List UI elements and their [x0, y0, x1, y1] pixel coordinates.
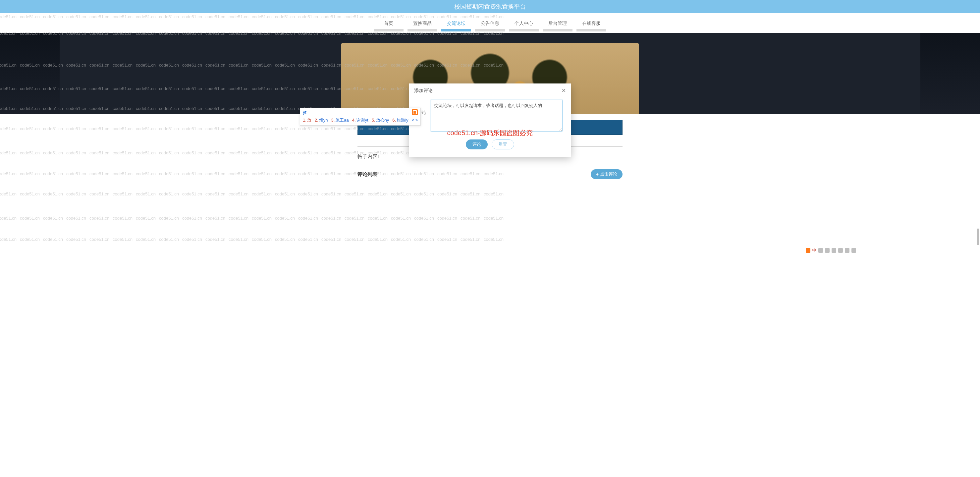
watermark-text: code51.cn	[89, 191, 109, 196]
modal-title: 添加评论	[414, 88, 433, 94]
watermark-text: code51.cn	[252, 237, 272, 242]
watermark-text: code51.cn	[136, 126, 156, 131]
nav-tab-2[interactable]: 交流论坛	[441, 18, 471, 33]
watermark-text: code51.cn	[321, 126, 341, 131]
nav-tab-underline	[441, 29, 471, 32]
watermark-text: code51.cn	[321, 191, 341, 196]
nav-tab-1[interactable]: 置换商品	[407, 18, 438, 33]
nav-tab-3[interactable]: 公告信息	[475, 18, 505, 33]
watermark-text: code51.cn	[321, 171, 341, 176]
nav-tab-underline	[509, 29, 539, 32]
watermark-text: code51.cn	[229, 237, 248, 242]
watermark-text: code51.cn	[20, 191, 40, 196]
watermark-text: code51.cn	[43, 126, 63, 131]
watermark-text: code51.cn	[414, 237, 434, 242]
modal-submit-button[interactable]: 评论	[466, 140, 488, 149]
watermark-text: code51.cn	[66, 126, 86, 131]
watermark-text: code51.cn	[43, 216, 63, 221]
watermark-text: code51.cn	[321, 150, 341, 155]
nav-tab-4[interactable]: 个人中心	[509, 18, 539, 33]
watermark-text: code51.cn	[89, 171, 109, 176]
watermark-text: code51.cn	[252, 191, 272, 196]
ime-candidate-index: 4.	[352, 118, 356, 122]
watermark-text: code51.cn	[298, 150, 318, 155]
watermark-text: code51.cn	[414, 216, 434, 221]
watermark-text: code51.cn	[20, 216, 40, 221]
ime-candidate-word: 州yh	[319, 118, 328, 122]
nav-tab-label: 后台管理	[548, 21, 567, 26]
watermark-text: code51.cn	[20, 126, 40, 131]
ime-candidate-word: 谢谢yt	[356, 118, 368, 122]
ime-candidate-5[interactable]: 5.放心ny	[372, 117, 389, 123]
watermark-text: code51.cn	[252, 216, 272, 221]
modal-close-button[interactable]: ✕	[562, 87, 566, 94]
watermark-text: code51.cn	[345, 216, 364, 221]
nav-tab-underline	[542, 29, 573, 32]
modal-header: 添加评论 ✕	[409, 83, 571, 98]
ime-status-logo-icon	[806, 248, 810, 253]
watermark-text: code51.cn	[136, 150, 156, 155]
watermark-text: code51.cn	[368, 237, 388, 242]
watermark-text: code51.cn	[205, 237, 225, 242]
ime-candidate-3[interactable]: 3.施工aa	[331, 117, 348, 123]
nav-tab-label: 公告信息	[481, 21, 499, 26]
watermark-text: code51.cn	[484, 237, 504, 242]
watermark-text: code51.cn	[66, 150, 86, 155]
watermark-text: code51.cn	[43, 191, 63, 196]
modal-reset-button[interactable]: 重置	[492, 140, 514, 149]
watermark-text: code51.cn	[159, 171, 179, 176]
watermark-text: code51.cn	[113, 216, 132, 221]
ime-popup: yt 1.放2.州yh3.施工aa4.谢谢yt5.放心ny6.旅游iy<>	[300, 108, 421, 126]
watermark-text: code51.cn	[113, 150, 132, 155]
watermark-text: code51.cn	[182, 126, 202, 131]
watermark-text: code51.cn	[460, 237, 480, 242]
watermark-text: code51.cn	[0, 216, 17, 221]
nav-tab-label: 置换商品	[413, 21, 432, 26]
ime-candidate-6[interactable]: 6.旅游iy	[392, 117, 408, 123]
watermark-text: code51.cn	[159, 216, 179, 221]
nav-tab-6[interactable]: 在线客服	[576, 18, 606, 33]
chevron-left-icon: <	[412, 118, 414, 122]
watermark-text: code51.cn	[113, 171, 132, 176]
watermark-text: code51.cn	[205, 126, 225, 131]
watermark-text: code51.cn	[89, 216, 109, 221]
watermark-text: code51.cn	[43, 237, 63, 242]
watermark-text: code51.cn	[113, 191, 132, 196]
ime-candidate-row[interactable]: 1.放2.州yh3.施工aa4.谢谢yt5.放心ny6.旅游iy<>	[300, 116, 420, 125]
ime-candidate-2[interactable]: 2.州yh	[315, 117, 328, 123]
watermark-text: code51.cn	[159, 237, 179, 242]
site-banner: 校园短期闲置资源置换平台	[0, 0, 980, 13]
watermark-text: code51.cn	[136, 216, 156, 221]
watermark-text: code51.cn	[182, 237, 202, 242]
ime-candidate-index: 2.	[315, 118, 318, 122]
watermark-text: code51.cn	[66, 237, 86, 242]
watermark-text: code51.cn	[368, 191, 388, 196]
nav-tab-underline	[475, 29, 505, 32]
watermark-text: code51.cn	[66, 191, 86, 196]
comment-list-title: 评论列表	[358, 171, 377, 178]
nav-tab-5[interactable]: 后台管理	[542, 18, 573, 33]
ime-candidate-index: 6.	[392, 118, 396, 122]
ime-candidate-index: 1.	[303, 118, 307, 122]
watermark-text: code51.cn	[438, 191, 457, 196]
watermark-text: code51.cn	[229, 126, 248, 131]
watermark-text: code51.cn	[438, 216, 457, 221]
red-watermark-text: code51.cn-源码乐园盗图必究	[447, 129, 533, 137]
scrollbar-thumb[interactable]	[977, 229, 979, 245]
watermark-text: code51.cn	[391, 216, 411, 221]
ime-status-icon-3	[832, 248, 836, 253]
ime-candidate-1[interactable]: 1.放	[303, 117, 312, 123]
watermark-text: code51.cn	[321, 216, 341, 221]
watermark-text: code51.cn	[275, 126, 295, 131]
watermark-text: code51.cn	[298, 216, 318, 221]
watermark-text: code51.cn	[205, 216, 225, 221]
watermark-text: code51.cn	[229, 191, 248, 196]
watermark-text: code51.cn	[89, 126, 109, 131]
add-comment-button[interactable]: + 点击评论	[591, 169, 622, 179]
comment-textarea[interactable]	[431, 100, 563, 132]
watermark-text: code51.cn	[136, 191, 156, 196]
nav-tab-underline	[576, 29, 606, 32]
ime-candidate-4[interactable]: 4.谢谢yt	[352, 117, 368, 123]
ime-page-nav[interactable]: <>	[412, 118, 418, 122]
nav-tab-0[interactable]: 首页	[374, 18, 404, 33]
